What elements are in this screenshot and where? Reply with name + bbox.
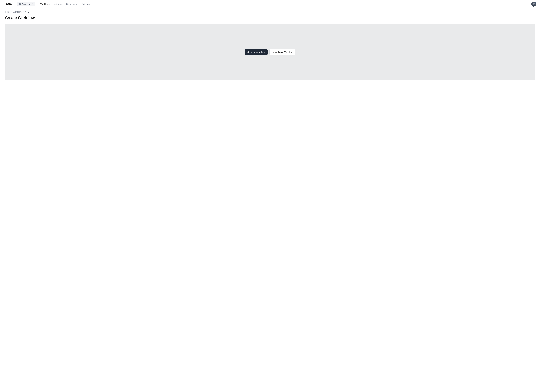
breadcrumb: Home › Workflows › New [0, 8, 540, 14]
suggest-workflow-button[interactable]: Suggest Workflow [245, 49, 268, 55]
svg-point-1 [533, 3, 535, 5]
main-content: Suggest Workflow New Blank Workflow [0, 24, 540, 80]
nav-link-settings[interactable]: Settings [82, 3, 90, 5]
navbar: Smithy Acme Ltd. ⇅ Workflows Instances C… [0, 0, 540, 8]
breadcrumb-sep-1: › [11, 11, 12, 13]
workflow-canvas: Suggest Workflow New Blank Workflow [5, 24, 535, 80]
breadcrumb-workflows[interactable]: Workflows [13, 11, 22, 13]
breadcrumb-home[interactable]: Home [5, 11, 10, 13]
org-selector[interactable]: Acme Ltd. ⇅ [17, 2, 35, 6]
nav-link-workflows[interactable]: Workflows [40, 3, 50, 5]
avatar[interactable] [531, 2, 536, 7]
org-dot-icon [19, 3, 21, 5]
breadcrumb-sep-2: › [23, 11, 24, 13]
nav-link-components[interactable]: Components [66, 3, 79, 5]
new-blank-workflow-button[interactable]: New Blank Workflow [269, 49, 295, 55]
breadcrumb-current: New [25, 11, 29, 13]
org-name: Acme Ltd. [22, 3, 31, 5]
chevron-icon: ⇅ [32, 3, 34, 5]
canvas-buttons: Suggest Workflow New Blank Workflow [245, 49, 296, 55]
page-title: Create Workflow [0, 14, 540, 24]
app-logo: Smithy [4, 3, 12, 5]
nav-links: Workflows Instances Components Settings [40, 3, 90, 5]
nav-link-instances[interactable]: Instances [54, 3, 63, 5]
